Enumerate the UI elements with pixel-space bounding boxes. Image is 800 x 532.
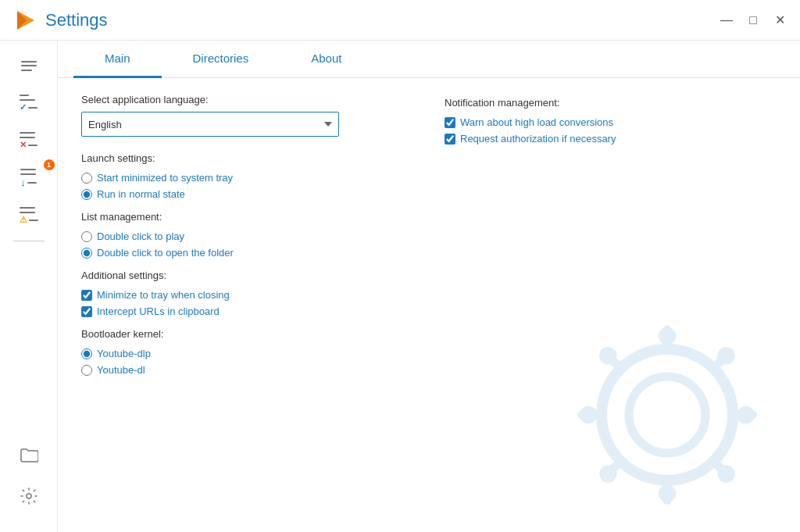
tab-about[interactable]: About	[280, 41, 373, 78]
checkbox-request-auth[interactable]: Request authorization if necessary	[445, 133, 777, 145]
titlebar: Settings — □ ✕	[0, 0, 800, 41]
svg-point-2	[27, 494, 31, 498]
language-label: Select application language:	[81, 94, 413, 105]
additional-settings-section: Additional settings: Minimize to tray wh…	[81, 270, 413, 317]
language-select[interactable]: English French Spanish German Russian Ch…	[81, 112, 339, 137]
checkbox-minimize-tray-label: Minimize to tray when closing	[97, 289, 230, 301]
radio-youtube-dlp[interactable]: Youtube-dlp	[81, 348, 413, 359]
main-content: Main Directories About Select applicatio…	[58, 41, 800, 532]
watermark-gear	[558, 305, 777, 524]
settings-panel: Select application language: English Fre…	[58, 78, 800, 532]
folder-icon	[20, 448, 38, 463]
settings-left: Select application language: English Fre…	[81, 94, 413, 516]
list-management-section: List management: Double click to play Do…	[81, 211, 413, 259]
checkbox-minimize-tray[interactable]: Minimize to tray when closing	[81, 289, 413, 301]
tabs-bar: Main Directories About	[58, 41, 800, 78]
checkbox-high-load-input[interactable]	[445, 117, 455, 128]
radio-youtube-dl-input[interactable]	[81, 365, 92, 376]
radio-double-click-play[interactable]: Double click to play	[81, 230, 413, 242]
sidebar-item-completed[interactable]: ✓	[8, 86, 50, 120]
app-title: Settings	[45, 10, 719, 30]
radio-youtube-dl[interactable]: Youtube-dl	[81, 364, 413, 376]
downloading-badge: 1	[44, 159, 55, 170]
app-logo	[12, 8, 38, 33]
checkbox-intercept-urls-label: Intercept URLs in clipboard	[97, 305, 220, 317]
warnings-icon: ⚠	[20, 207, 38, 224]
sidebar-item-warnings[interactable]: ⚠	[8, 198, 50, 233]
maximize-button[interactable]: □	[745, 14, 761, 27]
sidebar-divider	[13, 241, 45, 241]
list-management-title: List management:	[81, 211, 413, 223]
minimize-button[interactable]: —	[719, 14, 734, 27]
checkbox-high-load[interactable]: Warn about high load conversions	[445, 116, 777, 128]
svg-line-9	[605, 352, 616, 364]
radio-run-normal[interactable]: Run in normal state	[81, 188, 413, 200]
tab-main[interactable]: Main	[73, 41, 162, 78]
radio-double-click-folder-input[interactable]	[81, 248, 92, 259]
failed-icon: ✕	[20, 132, 38, 149]
gear-icon	[20, 487, 38, 505]
radio-youtube-dlp-input[interactable]	[81, 348, 92, 359]
completed-icon: ✓	[20, 95, 38, 112]
checkbox-intercept-urls-input[interactable]	[81, 306, 92, 317]
sidebar-item-folder[interactable]	[8, 438, 50, 473]
radio-start-minimized[interactable]: Start minimized to system tray	[81, 172, 413, 184]
svg-line-10	[717, 465, 729, 477]
svg-point-4	[629, 377, 705, 453]
checkbox-request-auth-input[interactable]	[445, 134, 455, 145]
radio-youtube-dl-label: Youtube-dl	[97, 364, 145, 376]
checkbox-intercept-urls[interactable]: Intercept URLs in clipboard	[81, 305, 413, 317]
bootloader-title: Bootloader kernel:	[81, 328, 413, 340]
radio-start-minimized-input[interactable]	[81, 173, 92, 184]
radio-double-click-play-input[interactable]	[81, 231, 92, 242]
svg-point-15	[580, 406, 597, 423]
queue-icon	[21, 61, 37, 71]
app-body: ✓ ✕ ↓	[0, 41, 800, 532]
radio-run-normal-label: Run in normal state	[97, 188, 185, 200]
radio-double-click-play-label: Double click to play	[97, 230, 184, 242]
additional-settings-title: Additional settings:	[81, 270, 413, 281]
checkbox-request-auth-label: Request authorization if necessary	[460, 133, 616, 145]
launch-settings-section: Launch settings: Start minimized to syst…	[81, 152, 413, 200]
svg-line-12	[605, 465, 616, 477]
sidebar-item-failed[interactable]: ✕	[8, 123, 50, 158]
svg-point-13	[659, 327, 676, 345]
notification-section: Notification management: Warn about high…	[445, 97, 777, 145]
tab-directories[interactable]: Directories	[162, 41, 280, 78]
sidebar-item-downloading[interactable]: ↓ 1	[8, 161, 50, 195]
checkbox-high-load-label: Warn about high load conversions	[460, 116, 613, 128]
svg-point-20	[599, 465, 616, 482]
radio-youtube-dlp-label: Youtube-dlp	[97, 348, 151, 359]
radio-start-minimized-label: Start minimized to system tray	[97, 172, 233, 184]
window-controls: — □ ✕	[719, 14, 788, 27]
sidebar: ✓ ✕ ↓	[0, 41, 58, 532]
svg-point-14	[659, 485, 676, 502]
bootloader-section: Bootloader kernel: Youtube-dlp Youtube-d…	[81, 328, 413, 376]
downloading-icon: ↓	[20, 169, 37, 187]
radio-double-click-folder[interactable]: Double click to open the folder	[81, 247, 413, 259]
notification-title: Notification management:	[445, 97, 777, 109]
radio-run-normal-input[interactable]	[81, 189, 92, 200]
launch-settings-title: Launch settings:	[81, 152, 413, 164]
svg-line-11	[717, 352, 729, 364]
checkbox-minimize-tray-input[interactable]	[81, 290, 92, 301]
svg-point-18	[717, 465, 734, 482]
close-button[interactable]: ✕	[772, 14, 788, 27]
svg-point-3	[602, 349, 733, 480]
language-section: Select application language: English Fre…	[81, 94, 413, 137]
sidebar-bottom	[8, 438, 50, 524]
settings-right: Notification management: Warn about high…	[445, 94, 777, 516]
radio-double-click-folder-label: Double click to open the folder	[97, 247, 234, 259]
svg-point-19	[717, 347, 734, 364]
sidebar-item-queue[interactable]	[8, 48, 50, 83]
svg-point-16	[738, 406, 755, 423]
sidebar-item-settings[interactable]	[8, 479, 50, 513]
svg-point-17	[599, 347, 616, 364]
